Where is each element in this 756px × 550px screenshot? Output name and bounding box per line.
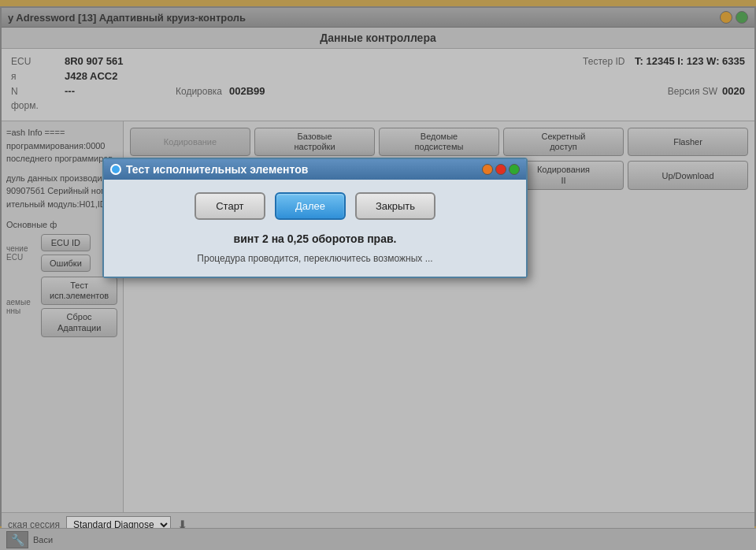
modal-main-text: винт 2 на 0,25 оборотов прав. — [120, 232, 510, 245]
modal-controls — [482, 164, 520, 175]
modal-next-button[interactable]: Далее — [275, 192, 346, 220]
modal-info-icon — [110, 164, 121, 175]
modal-body: Старт Далее Закрыть винт 2 на 0,25 оборо… — [104, 180, 526, 277]
modal-close-action-button[interactable]: Закрыть — [355, 192, 435, 220]
modal-maximize-button[interactable] — [509, 164, 520, 175]
modal-action-buttons: Старт Далее Закрыть — [120, 192, 510, 220]
modal-start-button[interactable]: Старт — [195, 192, 265, 220]
modal-close-button[interactable] — [495, 164, 506, 175]
modal-title: Тест исполнительных элементов — [110, 163, 308, 176]
modal-title-bar: Тест исполнительных элементов — [104, 159, 526, 180]
modal-minimize-button[interactable] — [482, 164, 493, 175]
modal-sub-text: Процедура проводится, переключитесь возм… — [120, 253, 510, 264]
modal-dialog: Тест исполнительных элементов Старт Дале… — [102, 158, 528, 278]
